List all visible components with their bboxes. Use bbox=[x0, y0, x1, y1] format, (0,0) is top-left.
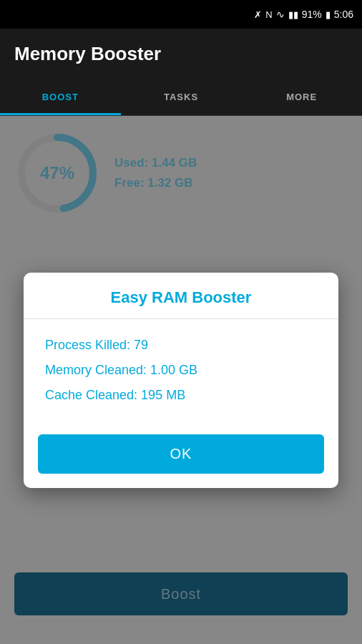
tab-tasks[interactable]: TASKS bbox=[121, 79, 242, 115]
wifi-icon: ∿ bbox=[276, 9, 285, 20]
ok-button[interactable]: OK bbox=[38, 434, 324, 474]
tab-boost[interactable]: BOOST bbox=[0, 79, 121, 115]
cache-cleaned-row: Cache Cleaned: 195 MB bbox=[45, 388, 317, 403]
tab-more-label: MORE bbox=[286, 92, 317, 102]
app-title: Memory Booster bbox=[14, 43, 161, 65]
status-bar: ✗ N ∿ ▮▮ 91% ▮ 5:06 bbox=[0, 0, 362, 29]
network-icon: ▮▮ bbox=[288, 9, 298, 20]
tab-boost-label: BOOST bbox=[42, 92, 79, 102]
app-header: Memory Booster bbox=[0, 29, 362, 79]
ram-booster-dialog: Easy RAM Booster Process Killed: 79 Memo… bbox=[24, 273, 338, 488]
tab-bar: BOOST TASKS MORE bbox=[0, 79, 362, 116]
dialog-divider bbox=[24, 318, 338, 319]
battery-icon: ▮ bbox=[326, 9, 331, 20]
memory-cleaned-label: Memory Cleaned: bbox=[45, 363, 147, 377]
process-killed-label: Process Killed: bbox=[45, 338, 130, 352]
signal-icon: N bbox=[265, 9, 272, 20]
cache-cleaned-value: 195 MB bbox=[141, 388, 185, 402]
memory-cleaned-row: Memory Cleaned: 1.00 GB bbox=[45, 363, 317, 378]
dialog-actions: OK bbox=[24, 427, 338, 488]
process-killed-value: 79 bbox=[134, 338, 148, 352]
bluetooth-icon: ✗ bbox=[254, 9, 262, 20]
tab-tasks-label: TASKS bbox=[164, 92, 198, 102]
tab-more[interactable]: MORE bbox=[241, 79, 362, 115]
memory-cleaned-value: 1.00 GB bbox=[150, 363, 197, 377]
main-content: 47% Used: 1.44 GB Free: 1.32 GB Boost Ea… bbox=[0, 116, 362, 644]
process-killed-row: Process Killed: 79 bbox=[45, 338, 317, 353]
cache-cleaned-label: Cache Cleaned: bbox=[45, 388, 137, 402]
status-icons: ✗ N ∿ ▮▮ 91% ▮ 5:06 bbox=[254, 9, 353, 20]
dialog-body: Process Killed: 79 Memory Cleaned: 1.00 … bbox=[24, 331, 338, 427]
clock: 5:06 bbox=[334, 9, 353, 20]
battery-percent: 91% bbox=[302, 9, 322, 20]
dialog-overlay: Easy RAM Booster Process Killed: 79 Memo… bbox=[0, 116, 362, 644]
dialog-title: Easy RAM Booster bbox=[24, 273, 338, 318]
